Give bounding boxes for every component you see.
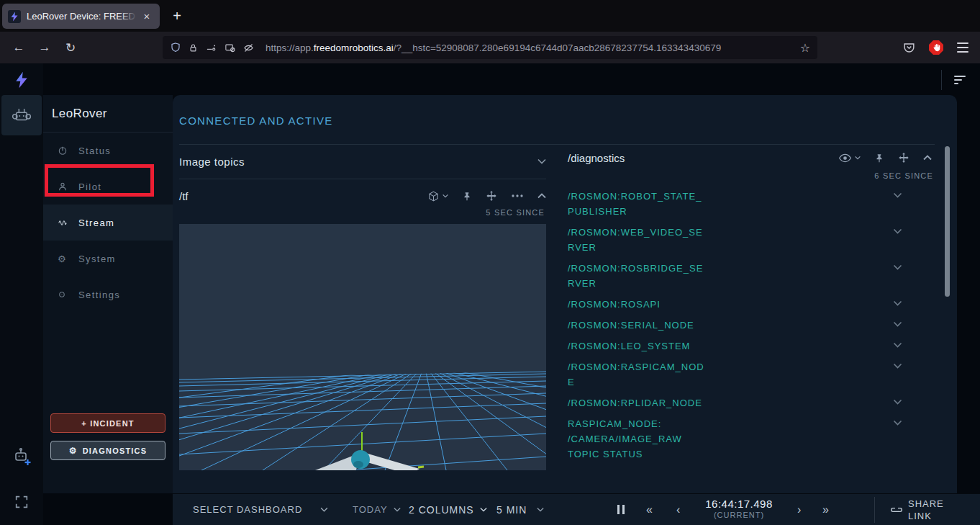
back-button[interactable]: ← (9, 32, 29, 63)
date-range-dropdown[interactable]: TODAY (353, 494, 401, 525)
skip-forward-button[interactable]: » (822, 494, 830, 525)
rover-icon (11, 107, 32, 124)
add-robot-icon (11, 446, 32, 467)
pocket-button[interactable] (902, 32, 916, 63)
diagnostics-scrollbar[interactable] (945, 146, 950, 297)
device-rover-button[interactable] (1, 95, 42, 135)
tab-title-fade (119, 5, 141, 27)
diagnostic-topic-label: /ROSMON:SERIAL_NODE (568, 318, 709, 333)
diagnostic-topic-label: /ROSMON:WEB_VIDEO_SERVER (568, 225, 709, 255)
select-dashboard-label: SELECT DASHBOARD (193, 504, 302, 515)
permission-toggle-icon[interactable] (205, 42, 217, 53)
icon-rail (0, 63, 43, 525)
expand-chevron-down-icon[interactable] (893, 228, 902, 234)
visibility-dropdown[interactable] (838, 153, 861, 163)
diagnostics-row[interactable]: /ROSMON:WEB_VIDEO_SERVER (568, 225, 935, 255)
adblocker-button[interactable] (929, 32, 943, 63)
columns-dropdown[interactable]: 2 COLUMNS (409, 494, 487, 525)
diagnostics-row[interactable]: /ROSMON:RPLIDAR_NODE (568, 395, 935, 410)
step-back-button[interactable]: ‹ (676, 494, 681, 525)
filter-sort-icon[interactable] (954, 76, 966, 86)
move-icon[interactable] (486, 190, 497, 202)
freedom-robotics-logo-icon[interactable] (14, 71, 30, 89)
timeline-clock[interactable]: 16:44:17.498 (CURRENT) (696, 498, 782, 519)
move-icon[interactable] (898, 152, 909, 163)
bookmark-star-icon[interactable]: ☆ (794, 41, 810, 55)
tab-close-icon[interactable]: × (140, 9, 154, 24)
reload-button[interactable]: ↻ (60, 32, 81, 63)
skip-back-button[interactable]: « (646, 494, 653, 525)
autoplay-blocked-icon[interactable] (242, 42, 255, 53)
pin-icon[interactable] (874, 153, 884, 163)
expand-chevron-down-icon[interactable] (893, 342, 902, 348)
adblock-hand-icon (929, 40, 943, 55)
url-bar[interactable]: https://app.freedomrobotics.ai/?__hstc=5… (163, 36, 817, 59)
share-link-button[interactable]: SHARE LINK (891, 494, 950, 525)
sidebar-item-stream[interactable]: Stream (43, 205, 173, 241)
columns-label: 2 COLUMNS (409, 504, 474, 516)
diagnostic-topic-label: /ROSMON:LEO_SYSTEM (568, 338, 709, 354)
pin-icon[interactable] (462, 191, 472, 202)
expand-chevron-down-icon[interactable] (893, 363, 902, 369)
diagnostics-row[interactable]: /ROSMON:ROBOT_STATE_PUBLISHER (568, 189, 935, 219)
incident-button[interactable]: + INCIDENT (50, 413, 165, 433)
expand-chevron-down-icon[interactable] (893, 192, 902, 198)
right-column: /diagnostics (568, 144, 935, 467)
device-sidebar: LeoRover Status Pilot (43, 95, 173, 493)
expand-chevron-down-icon[interactable] (893, 300, 902, 306)
link-icon (891, 506, 902, 513)
step-forward-button[interactable]: › (797, 494, 802, 525)
popup-blocked-icon[interactable] (224, 42, 236, 53)
lock-icon[interactable] (188, 42, 199, 53)
incident-button-label: + INCIDENT (81, 419, 134, 428)
expand-chevron-down-icon[interactable] (893, 399, 902, 405)
tf-panel-header: /tf (179, 184, 546, 208)
browser-tab[interactable]: LeoRover Device: FREED × (2, 4, 160, 29)
sidebar-item-label: Pilot (78, 181, 101, 192)
diagnostics-button-label: DIAGNOSTICS (83, 447, 148, 455)
diagnostics-row[interactable]: RASPICAM_NODE: /CAMERA/IMAGE_RAW TOPIC S… (568, 416, 935, 462)
expand-chevron-down-icon[interactable] (893, 321, 902, 327)
diagnostics-row[interactable]: /ROSMON:RASPICAM_NODE (568, 359, 935, 390)
pause-button[interactable] (617, 494, 625, 525)
time-window-dropdown[interactable]: 5 MIN (496, 494, 544, 525)
diagnostic-topic-label: RASPICAM_NODE: /CAMERA/IMAGE_RAW TOPIC S… (568, 416, 709, 462)
sidebar-item-label: System (78, 253, 116, 264)
url-domain: freedomrobotics.ai (314, 42, 394, 53)
fullscreen-button[interactable] (14, 494, 30, 510)
more-options-icon[interactable] (511, 194, 524, 198)
tf-3d-viewport[interactable] (179, 224, 546, 470)
expand-chevron-down-icon[interactable] (893, 420, 902, 426)
tracking-shield-icon[interactable] (170, 42, 181, 53)
url-scheme: https://app. (266, 42, 314, 53)
cube-3d-icon (427, 190, 440, 202)
collapse-chevron-up-icon[interactable] (537, 193, 546, 199)
add-device-button[interactable] (11, 446, 32, 467)
new-tab-button[interactable]: + (167, 6, 187, 26)
menu-hamburger-icon[interactable] (957, 32, 968, 63)
diagnostics-row[interactable]: /ROSMON:ROSBRIDGE_SERVER (568, 261, 935, 291)
diagnostics-panel-title: /diagnostics (568, 152, 625, 164)
diagnostics-button[interactable]: ⚙ DIAGNOSTICS (50, 441, 165, 460)
diagnostics-row[interactable]: /ROSMON:SERIAL_NODE (568, 318, 935, 333)
diagnostic-topic-label: /ROSMON:RASPICAM_NODE (568, 359, 709, 390)
tab-favicon (8, 10, 21, 23)
expand-chevron-down-icon[interactable] (893, 264, 902, 270)
diagnostics-row[interactable]: /ROSMON:LEO_SYSTEM (568, 338, 935, 354)
image-topics-selector[interactable]: Image topics (179, 144, 546, 179)
sidebar-item-settings[interactable]: Settings (43, 277, 173, 313)
diagnostics-row[interactable]: /ROSMON:ROSAPI (568, 297, 935, 312)
select-dashboard-dropdown[interactable]: SELECT DASHBOARD (193, 494, 328, 525)
chevron-down-icon (537, 158, 546, 164)
time-mode: (CURRENT) (696, 511, 782, 519)
sidebar-item-system[interactable]: ⚙ System (43, 241, 173, 277)
forward-button[interactable]: → (35, 32, 55, 63)
collapse-chevron-up-icon[interactable] (923, 155, 932, 161)
url-text[interactable]: https://app.freedomrobotics.ai/?__hstc=5… (266, 42, 794, 53)
pilot-icon (58, 181, 69, 192)
image-topics-label: Image topics (179, 156, 245, 168)
sidebar-item-status[interactable]: Status (43, 133, 173, 169)
sidebar-item-pilot[interactable]: Pilot (43, 169, 173, 205)
view-mode-dropdown[interactable] (427, 190, 448, 202)
diagnostics-panel-header: /diagnostics (568, 144, 935, 171)
